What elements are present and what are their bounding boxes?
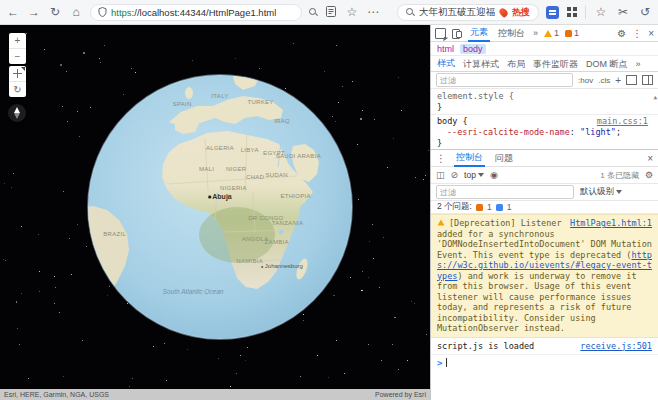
styles-filter-input[interactable] [436, 73, 573, 87]
crumb-body[interactable]: body [460, 44, 486, 54]
log-source-link[interactable]: receive.js:501 [580, 341, 652, 351]
clear-console-icon[interactable]: ⊘ [451, 170, 459, 180]
log-level-selector[interactable]: 默认级别 [580, 186, 622, 198]
context-selector[interactable]: top [464, 170, 484, 180]
devtools-tabbar: 元素 控制台 » 1 1 ⚙ ⋮ × [431, 25, 658, 42]
styles-pane: ▲ element.style { } body { main.css:1 --… [431, 89, 658, 149]
pan-mode-button[interactable] [9, 66, 26, 81]
console-sidebar-icon[interactable]: ◫ [436, 170, 445, 180]
device-toolbar-icon[interactable] [452, 29, 462, 38]
console-warning-message: HtmlPage1.html:1 [Deprecation] Listener … [431, 214, 658, 338]
element-style-close: } [437, 102, 648, 113]
hot-search-text[interactable]: 大年初五破五迎福 [419, 6, 495, 19]
tab-console[interactable]: 控制台 [496, 25, 527, 41]
zoom-in-button[interactable]: + [9, 33, 26, 48]
drawer-tabbar: ⋮ 控制台 问题 × [431, 150, 658, 167]
text-caret [446, 358, 447, 367]
tab-event-listeners[interactable]: 事件监听器 [533, 56, 578, 72]
body-rule-close: } [437, 138, 648, 149]
pan-icon [13, 69, 22, 78]
tab-styles[interactable]: 样式 [437, 56, 455, 72]
warning-source-link[interactable]: HtmlPage1.html:1 [570, 218, 652, 229]
home-icon[interactable]: ⌂ [69, 6, 83, 18]
more-subtabs-icon[interactable]: » [636, 59, 641, 69]
more-tabs-icon[interactable]: » [533, 28, 538, 38]
drawer-close-icon[interactable]: × [647, 153, 653, 164]
devtools-menu-icon[interactable]: ⋮ [632, 28, 642, 39]
warning-triangle-icon [438, 220, 445, 226]
shield-icon [98, 7, 107, 17]
element-state-icon[interactable] [626, 75, 637, 85]
powered-by-esri[interactable]: Powered by Esri [375, 391, 426, 398]
tab-elements[interactable]: 元素 [468, 24, 490, 42]
issue-count-badge[interactable]: 1 [565, 28, 579, 38]
address-bar[interactable]: https://localhost:44344/HtmlPage1.html [90, 4, 302, 21]
issue-info-icon [496, 204, 503, 211]
page-translate-icon[interactable] [324, 6, 338, 19]
scrollbar-up-icon[interactable]: ▲ [653, 91, 657, 102]
css-source-link[interactable]: main.css:1 [597, 116, 648, 127]
crumb-html[interactable]: html [437, 44, 454, 54]
rotate-mode-button[interactable]: ↻ [9, 81, 26, 97]
warning-triangle-icon [544, 30, 552, 37]
console-prompt[interactable]: > [431, 355, 658, 371]
extension-area: ☆ ✂ ↺ ☰ [546, 6, 658, 19]
toggle-class-button[interactable]: .cls [598, 76, 610, 85]
prompt-chevron: > [437, 358, 442, 368]
drawer-menu-icon[interactable]: ⋮ [436, 153, 446, 164]
tab-computed[interactable]: 计算样式 [463, 56, 499, 72]
collections-star-icon[interactable]: ☆ [594, 6, 608, 18]
reload-icon[interactable]: ↻ [48, 6, 62, 18]
hidden-messages-note[interactable]: 1 条已隐藏 [600, 170, 639, 181]
extension-icon[interactable] [546, 6, 559, 19]
map-attribution: Esri, HERE, Garmin, NGA, USGS Powered by… [0, 389, 430, 400]
issues-summary-bar[interactable]: 2 个问题: 1 1 [431, 201, 658, 214]
chevron-down-icon [616, 190, 622, 194]
element-style-rule[interactable]: element.style { [437, 91, 648, 102]
devtools-close-icon[interactable]: × [648, 28, 654, 39]
zoom-out-icon[interactable] [309, 8, 317, 16]
compass-button[interactable] [8, 104, 26, 122]
css-property-line[interactable]: --esri-calcite-mode-name: "light"; [437, 127, 648, 138]
url-text: https://localhost:44344/HtmlPage1.html [111, 7, 276, 18]
screenshot-scissors-icon[interactable]: ✂ [616, 6, 630, 18]
tab-layout[interactable]: 布局 [507, 56, 525, 72]
globe[interactable]: SPAINITALYTURKEYIRAQSAUDI ARABIAALGERIAL… [85, 72, 355, 342]
computed-sidebar-icon[interactable] [642, 75, 653, 85]
issue-square-icon [565, 30, 572, 37]
console-toolbar: ◫ ⊘ top ◉ 1 条已隐藏 ⚙ [431, 167, 658, 184]
tab-dom-breakpoints[interactable]: DOM 断点 [586, 56, 628, 72]
back-icon[interactable]: ← [6, 6, 20, 18]
apps-grid-icon[interactable] [567, 7, 577, 17]
devtools-settings-icon[interactable]: ⚙ [617, 28, 626, 39]
styles-tabbar: 样式 计算样式 布局 事件监听器 DOM 断点 » [431, 56, 658, 72]
forward-icon[interactable]: → [27, 6, 41, 18]
more-actions-icon[interactable]: ⋯ [366, 6, 380, 18]
drawer-tab-console[interactable]: 控制台 [454, 149, 485, 167]
undo-icon[interactable]: ↺ [638, 6, 652, 18]
console-filter-bar: 默认级别 [431, 184, 658, 201]
browser-window: ← → ↻ ⌂ https://localhost:44344/HtmlPage… [0, 0, 658, 400]
compass-needle-icon [12, 107, 22, 119]
earth-globe [85, 72, 355, 342]
new-style-rule-button[interactable]: + [615, 75, 621, 86]
console-settings-icon[interactable]: ⚙ [645, 170, 653, 180]
inspect-element-icon[interactable] [435, 28, 446, 39]
warning-count-badge[interactable]: 1 [544, 28, 559, 38]
drawer-tab-issues[interactable]: 问题 [493, 150, 515, 166]
map-viewport[interactable]: SPAINITALYTURKEYIRAQSAUDI ARABIAALGERIAL… [0, 25, 430, 400]
search-icon [406, 8, 414, 16]
live-expression-eye-icon[interactable]: ◉ [490, 170, 498, 180]
bookmark-star-icon[interactable]: ☆ [345, 6, 359, 18]
hot-search-box[interactable]: 大年初五破五迎福 热搜 [397, 4, 539, 21]
zoom-out-button[interactable]: − [9, 48, 26, 64]
body-rule-selector[interactable]: body { [437, 116, 468, 127]
devtools-panel: 元素 控制台 » 1 1 ⚙ ⋮ × html body 样式 计算样式 布局 … [430, 25, 658, 400]
console-filter-input[interactable] [436, 185, 574, 199]
chevron-down-icon [478, 173, 484, 177]
issue-warning-icon [476, 204, 483, 211]
zoom-widget: + − [9, 33, 26, 64]
hot-search-label[interactable]: 热搜 [512, 6, 530, 19]
toggle-hover-button[interactable]: :hov [578, 76, 593, 85]
browser-toolbar: ← → ↻ ⌂ https://localhost:44344/HtmlPage… [0, 0, 658, 25]
